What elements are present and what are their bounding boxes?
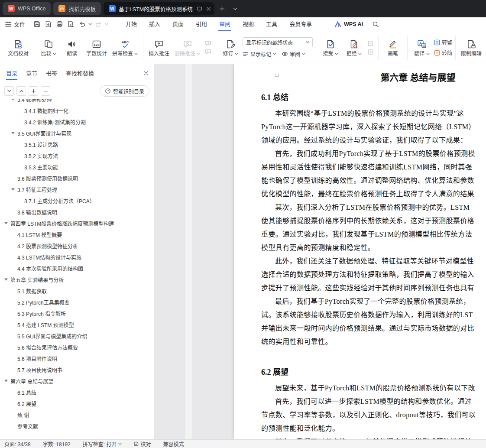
tab-bookmarks[interactable]: 书签 [46,64,57,83]
spell-check-button[interactable]: ABC 拼写检查 [110,34,140,61]
toc-item[interactable]: 3.8 输出数据说明 [0,206,154,218]
compatibility-mode[interactable]: 兼容模式 [163,440,184,448]
toc-item[interactable]: 5.4 搭建 LSTM 预测模型 [0,319,154,330]
toc-item[interactable]: 3.4.1 数据的归一化 [0,105,154,116]
revision-next-icon[interactable] [367,49,374,55]
toc-item[interactable]: 5.7 项目使用说明书 [0,364,154,375]
minus-icon[interactable] [41,86,50,96]
new-tab-plus-icon[interactable] [217,3,227,14]
toc-item[interactable]: 3.4.2 训练集-测试集的分割 [0,116,154,127]
toc-item[interactable]: 4.2 股票预测模型特征分析 [0,240,154,251]
track-changes-button[interactable]: 修订 [219,34,242,61]
chevron-expanded-icon[interactable] [4,278,10,281]
menu-membership[interactable]: 会员专享 [283,17,318,31]
comment-prev-icon[interactable] [204,40,211,46]
close-icon[interactable] [143,71,149,76]
toc-item[interactable]: 6.1 总结 [0,386,154,398]
menu-review[interactable]: 审阅 [213,17,237,31]
toc-item[interactable]: 3.5.2 实现方法 [0,150,154,161]
menu-view[interactable]: 视图 [237,17,260,31]
delete-comment-button[interactable]: 删除批注 [172,34,202,61]
pane-scrollbar[interactable] [185,64,192,439]
toc-item[interactable]: 5.2 Pytorch工具集概要 [0,296,154,308]
tab-document-active[interactable]: W 基于LSTM的股票价格预测系统 [104,2,214,15]
toc-item[interactable]: 致 谢 [0,409,154,420]
tab-list-chevron-icon[interactable] [230,3,240,14]
compare-button[interactable]: 比较 [37,34,60,61]
pen-button[interactable]: 画笔 [382,34,404,61]
read-aloud-button[interactable]: 朗读 [61,34,83,61]
toc-item[interactable]: 5.6 项目附件说明 [0,353,154,364]
save-icon[interactable] [31,19,42,29]
tab-wps-office[interactable]: W WPS Office [3,2,51,15]
accept-button[interactable]: 接受 [319,34,342,61]
redo-chevron-icon[interactable] [104,19,109,29]
insert-comment-button[interactable]: 插入批注 [146,34,172,61]
toc-item[interactable]: 5.1 数据获取 [0,285,154,296]
chevron-expanded-icon[interactable] [4,221,10,225]
translate-button[interactable]: A 翻译 [411,34,433,61]
toc-item[interactable]: 第四章 LSTM股票价格涨跌幅度预测模型构建 [0,218,154,229]
revision-prev-icon[interactable] [367,40,374,46]
search-icon[interactable] [370,19,381,29]
tab-chapters[interactable]: 章节 [26,64,37,83]
smart-recognize-toc-button[interactable]: 智能识别目录 [100,85,149,97]
toc-item[interactable]: 5.6 拟合结果评估方法概要 [0,341,154,353]
chevron-down-icon[interactable] [4,86,14,96]
reject-button[interactable]: 拒绝 [343,34,365,61]
plus-icon[interactable] [29,86,38,96]
chevron-expanded-icon[interactable] [11,131,17,135]
to-traditional-button[interactable]: 转繁 [434,39,452,46]
toc-item[interactable]: 6.2 展望 [0,398,154,409]
toc-item[interactable]: 3.6 股票预测使用数据说明 [0,172,154,184]
tab-docer-templates[interactable]: 找稻壳模板 [53,2,101,15]
show-markup-button[interactable]: 显示标记 [243,50,276,58]
menu-home[interactable]: 开始 [120,17,143,31]
heading-collapse-mark[interactable] [275,73,279,77]
toc-item[interactable]: 参考文献 [0,420,154,432]
to-simplified-button[interactable]: 转简 [434,49,452,56]
word-count-button[interactable]: 123 字数统计 [84,34,109,61]
toc-item[interactable]: 4.3 LSTM结构的设计与实施 [0,251,154,263]
toc-item[interactable]: 第六章 总结与展望 [0,375,154,386]
restrict-edit-button[interactable]: 限制编辑 [459,34,484,61]
page-indicator[interactable]: 页面: 34/38 [4,440,31,448]
toc-item[interactable]: 4.1 LSTM 模型概要 [0,229,154,240]
undo-chevron-icon[interactable] [87,19,93,29]
proofread-status[interactable]: 校对 [134,440,151,448]
toc-item[interactable]: 5.5 GUI界面与模型集成的介绍 [0,330,154,341]
proofread-button[interactable]: 文档校对 [6,34,31,61]
close-icon[interactable] [206,6,211,11]
export-icon[interactable] [42,19,54,29]
toc-item[interactable]: 3.5 GUI界面设计与实现 [0,127,154,139]
toc-item[interactable]: 5.3 Pytorch 指令解析 [0,308,154,319]
toc-item[interactable]: 4.4 本次实验所采用的结构图 [0,263,154,274]
undo-icon[interactable] [76,19,87,29]
print-icon[interactable] [54,19,65,29]
menu-reference[interactable]: 引用 [190,17,213,31]
chevron-expanded-icon[interactable] [11,99,17,101]
review-panel-button[interactable]: 审阅 [282,50,305,58]
chevron-expanded-icon[interactable] [4,379,10,383]
toc-item[interactable]: 3.4 数据预处理 [0,99,154,105]
menu-page[interactable]: 页面 [166,17,190,31]
chevron-expanded-icon[interactable] [11,188,17,191]
wps-ai-button[interactable]: WPS AI [334,21,363,27]
menu-insert[interactable]: 插入 [143,17,166,31]
toc-item[interactable]: 3.5.3 主要功能 [0,161,154,172]
menu-tools[interactable]: 工具 [260,17,283,31]
tab-toc[interactable]: 目录 [6,64,17,83]
preview-icon[interactable] [65,19,76,29]
toc-item[interactable]: 3.7.1 主成分分析方法（PCA） [0,195,154,206]
file-menu-button[interactable]: 文件 [5,20,25,28]
document-page[interactable]: 第六章 总结与展望 6.1 总结本研究围绕“基于LSTM的股票价格预测系统的设计… [234,64,486,439]
redo-icon[interactable] [93,19,104,29]
spellcheck-status[interactable]: 拼写检查: 打开 [83,440,122,448]
word-count-indicator[interactable]: 字数: 18192 [43,440,71,448]
toc-item[interactable]: 第五章 实验结果与分析 [0,274,154,285]
toc-item[interactable]: 3.7 特征工程处理 [0,184,154,195]
tab-find-replace[interactable]: 查找和替换 [66,64,94,83]
comment-next-icon[interactable] [204,49,211,55]
toc-item[interactable]: 3.5.1 设计思路 [0,139,154,150]
chevron-up-icon[interactable] [16,86,26,96]
